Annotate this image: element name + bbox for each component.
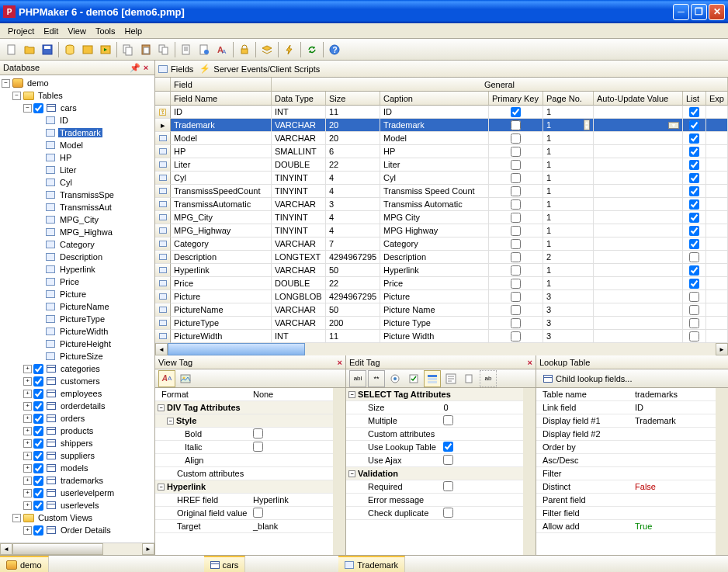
expand-icon[interactable]: +: [23, 377, 32, 386]
checkbox-button[interactable]: [405, 370, 422, 387]
pk-checkbox[interactable]: [511, 331, 521, 341]
pk-checkbox[interactable]: [511, 279, 521, 289]
pin-icon[interactable]: 📌: [130, 62, 140, 73]
help-button[interactable]: ?: [326, 41, 343, 58]
expand-icon[interactable]: −: [12, 92, 21, 100]
list-checkbox[interactable]: [689, 186, 699, 196]
list-checkbox[interactable]: [689, 213, 699, 223]
tree-checkbox[interactable]: [33, 488, 43, 498]
table-row[interactable]: ⚿ ID INT 11 ID 1: [155, 106, 728, 119]
table-row[interactable]: Model VARCHAR 20 Model 1: [155, 132, 728, 145]
table-row[interactable]: Liter DOUBLE 22 Liter 1: [155, 158, 728, 172]
menu-edit[interactable]: Edit: [39, 25, 63, 37]
list-checkbox[interactable]: [689, 252, 699, 262]
expand-icon[interactable]: +: [23, 390, 32, 398]
tree-checkbox[interactable]: [33, 376, 43, 387]
col-datatype[interactable]: Data Type: [272, 92, 326, 106]
tree-node[interactable]: PictureHeight: [2, 338, 153, 350]
save-button[interactable]: [39, 41, 56, 58]
expand-icon[interactable]: +: [23, 526, 32, 535]
expand-icon[interactable]: +: [23, 452, 32, 460]
tree-node[interactable]: PictureName: [2, 300, 153, 313]
paste-button[interactable]: [137, 41, 154, 58]
flash-button[interactable]: [281, 41, 298, 58]
view-tag-v-scrollbar[interactable]: [333, 388, 345, 555]
tree-node[interactable]: −Tables: [2, 89, 153, 102]
tree-h-scrollbar[interactable]: ◄►: [0, 543, 154, 555]
expand-icon[interactable]: −: [2, 79, 10, 88]
php-button[interactable]: [79, 41, 96, 58]
table-row[interactable]: Description LONGTEXT 4294967295 Descript…: [155, 251, 728, 264]
list-checkbox[interactable]: [689, 173, 699, 183]
list-checkbox[interactable]: [689, 331, 699, 341]
menu-view[interactable]: View: [63, 25, 91, 37]
expand-icon[interactable]: +: [23, 414, 32, 423]
layers-button[interactable]: [258, 41, 276, 58]
list-checkbox[interactable]: [689, 160, 699, 170]
tree-node[interactable]: Trademark: [2, 127, 153, 139]
new-button[interactable]: [3, 41, 20, 58]
tree-node[interactable]: +orderdetails: [2, 400, 153, 412]
lookup-v-scrollbar[interactable]: [716, 388, 728, 555]
tree-node[interactable]: +shippers: [2, 437, 153, 449]
tree-node[interactable]: +Order Details: [2, 524, 153, 536]
list-checkbox[interactable]: [689, 226, 699, 236]
fields-grid[interactable]: Field General Field Name Data Type Size …: [155, 78, 728, 355]
list-checkbox[interactable]: [689, 120, 699, 130]
tree-node[interactable]: +customers: [2, 375, 153, 387]
expand-icon[interactable]: +: [23, 489, 32, 497]
col-exp[interactable]: Exp: [706, 92, 728, 106]
multi-button[interactable]: [155, 41, 172, 58]
image-button[interactable]: [177, 370, 194, 387]
tree-checkbox[interactable]: [33, 401, 43, 411]
font-button[interactable]: AA: [213, 41, 231, 58]
italic-checkbox[interactable]: [253, 442, 263, 452]
pk-checkbox[interactable]: [511, 173, 521, 183]
maximize-button[interactable]: ❐: [691, 4, 707, 20]
menu-help[interactable]: Help: [120, 25, 147, 37]
tree-view[interactable]: −demo−Tables−carsIDTrademarkModelHPLiter…: [0, 75, 154, 543]
pk-checkbox[interactable]: [511, 160, 521, 170]
doc2-button[interactable]: [196, 41, 213, 58]
edit-tag-v-scrollbar[interactable]: [523, 388, 536, 555]
menu-tools[interactable]: Tools: [91, 25, 120, 37]
tree-checkbox[interactable]: [33, 364, 43, 374]
table-row[interactable]: Cyl TINYINT 4 Cyl 1: [155, 172, 728, 185]
password-button[interactable]: **: [368, 370, 385, 387]
status-tab-demo[interactable]: demo: [0, 556, 49, 572]
table-row[interactable]: Hyperlink VARCHAR 50 Hyperlink 1: [155, 264, 728, 277]
table-row[interactable]: HP SMALLINT 6 HP 1: [155, 145, 728, 158]
close-button[interactable]: ✕: [709, 4, 725, 20]
tree-node[interactable]: TransmissSpe: [2, 189, 153, 201]
tab-fields[interactable]: Fields: [158, 64, 193, 74]
multiple-checkbox[interactable]: [443, 415, 453, 425]
grid-h-scrollbar[interactable]: ◄►: [155, 343, 728, 355]
close-icon[interactable]: ×: [338, 358, 342, 367]
close-icon[interactable]: ×: [528, 358, 532, 367]
menu-project[interactable]: Project: [3, 25, 39, 37]
list-checkbox[interactable]: [689, 265, 699, 276]
required-checkbox[interactable]: [443, 481, 453, 491]
doc1-button[interactable]: [178, 41, 195, 58]
list-checkbox[interactable]: [689, 239, 699, 249]
table-row[interactable]: MPG_Highway TINYINT 4 MPG Highway 1: [155, 224, 728, 237]
gen-button[interactable]: [97, 41, 114, 58]
list-checkbox[interactable]: [689, 292, 699, 302]
table-row[interactable]: Category VARCHAR 7 Category 1: [155, 237, 728, 251]
tree-node[interactable]: +trademarks: [2, 474, 153, 487]
status-tab-cars[interactable]: cars: [204, 556, 246, 572]
lookup-properties[interactable]: Table nametrademarks Link fieldID Displa…: [536, 388, 716, 555]
tree-checkbox[interactable]: [33, 426, 43, 436]
copy-button[interactable]: [120, 41, 137, 58]
child-lookup-button[interactable]: Child lookup fields...: [539, 370, 636, 387]
tree-node[interactable]: Model: [2, 139, 153, 151]
tree-node[interactable]: +userlevelperm: [2, 487, 153, 499]
tree-checkbox[interactable]: [33, 439, 43, 449]
list-checkbox[interactable]: [689, 279, 699, 289]
original-checkbox[interactable]: [253, 508, 263, 518]
tree-node[interactable]: +products: [2, 425, 153, 437]
pk-checkbox[interactable]: [511, 265, 521, 276]
pk-checkbox[interactable]: [511, 305, 521, 315]
table-row[interactable]: ▸ Trademark VARCHAR 20 Trademark 1▲▼ ▼: [155, 119, 728, 132]
close-icon[interactable]: ×: [140, 62, 151, 73]
